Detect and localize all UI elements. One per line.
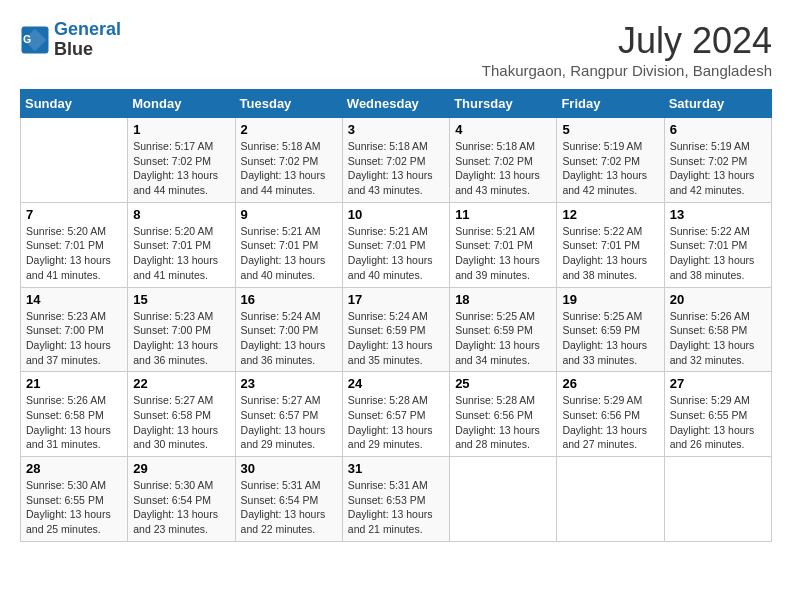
day-number: 6: [670, 122, 766, 137]
calendar-cell: 9Sunrise: 5:21 AMSunset: 7:01 PMDaylight…: [235, 202, 342, 287]
day-info: Sunrise: 5:31 AMSunset: 6:54 PMDaylight:…: [241, 478, 337, 537]
calendar-cell: 25Sunrise: 5:28 AMSunset: 6:56 PMDayligh…: [450, 372, 557, 457]
day-number: 14: [26, 292, 122, 307]
day-info: Sunrise: 5:31 AMSunset: 6:53 PMDaylight:…: [348, 478, 444, 537]
calendar-cell: 20Sunrise: 5:26 AMSunset: 6:58 PMDayligh…: [664, 287, 771, 372]
calendar-day-header: Monday: [128, 90, 235, 118]
day-number: 25: [455, 376, 551, 391]
month-title: July 2024: [482, 20, 772, 62]
calendar-day-header: Thursday: [450, 90, 557, 118]
calendar-cell: 23Sunrise: 5:27 AMSunset: 6:57 PMDayligh…: [235, 372, 342, 457]
day-info: Sunrise: 5:18 AMSunset: 7:02 PMDaylight:…: [241, 139, 337, 198]
day-info: Sunrise: 5:18 AMSunset: 7:02 PMDaylight:…: [455, 139, 551, 198]
calendar-cell: 21Sunrise: 5:26 AMSunset: 6:58 PMDayligh…: [21, 372, 128, 457]
day-number: 11: [455, 207, 551, 222]
day-info: Sunrise: 5:24 AMSunset: 6:59 PMDaylight:…: [348, 309, 444, 368]
day-info: Sunrise: 5:27 AMSunset: 6:57 PMDaylight:…: [241, 393, 337, 452]
day-info: Sunrise: 5:23 AMSunset: 7:00 PMDaylight:…: [133, 309, 229, 368]
day-number: 19: [562, 292, 658, 307]
calendar-cell: [664, 457, 771, 542]
day-info: Sunrise: 5:22 AMSunset: 7:01 PMDaylight:…: [670, 224, 766, 283]
calendar-week-row: 28Sunrise: 5:30 AMSunset: 6:55 PMDayligh…: [21, 457, 772, 542]
calendar-cell: 15Sunrise: 5:23 AMSunset: 7:00 PMDayligh…: [128, 287, 235, 372]
calendar-day-header: Wednesday: [342, 90, 449, 118]
calendar-header-row: SundayMondayTuesdayWednesdayThursdayFrid…: [21, 90, 772, 118]
calendar-day-header: Sunday: [21, 90, 128, 118]
calendar-cell: 27Sunrise: 5:29 AMSunset: 6:55 PMDayligh…: [664, 372, 771, 457]
day-number: 5: [562, 122, 658, 137]
day-info: Sunrise: 5:23 AMSunset: 7:00 PMDaylight:…: [26, 309, 122, 368]
calendar-cell: 13Sunrise: 5:22 AMSunset: 7:01 PMDayligh…: [664, 202, 771, 287]
calendar-cell: 10Sunrise: 5:21 AMSunset: 7:01 PMDayligh…: [342, 202, 449, 287]
day-number: 9: [241, 207, 337, 222]
calendar-day-header: Tuesday: [235, 90, 342, 118]
calendar-cell: 30Sunrise: 5:31 AMSunset: 6:54 PMDayligh…: [235, 457, 342, 542]
calendar-cell: 26Sunrise: 5:29 AMSunset: 6:56 PMDayligh…: [557, 372, 664, 457]
logo-text: General Blue: [54, 20, 121, 60]
calendar-cell: 16Sunrise: 5:24 AMSunset: 7:00 PMDayligh…: [235, 287, 342, 372]
day-number: 7: [26, 207, 122, 222]
day-info: Sunrise: 5:27 AMSunset: 6:58 PMDaylight:…: [133, 393, 229, 452]
calendar-week-row: 14Sunrise: 5:23 AMSunset: 7:00 PMDayligh…: [21, 287, 772, 372]
day-number: 26: [562, 376, 658, 391]
logo: G General Blue: [20, 20, 121, 60]
day-info: Sunrise: 5:26 AMSunset: 6:58 PMDaylight:…: [670, 309, 766, 368]
day-info: Sunrise: 5:17 AMSunset: 7:02 PMDaylight:…: [133, 139, 229, 198]
day-number: 4: [455, 122, 551, 137]
day-info: Sunrise: 5:30 AMSunset: 6:54 PMDaylight:…: [133, 478, 229, 537]
day-info: Sunrise: 5:21 AMSunset: 7:01 PMDaylight:…: [455, 224, 551, 283]
calendar-cell: 5Sunrise: 5:19 AMSunset: 7:02 PMDaylight…: [557, 118, 664, 203]
calendar-week-row: 7Sunrise: 5:20 AMSunset: 7:01 PMDaylight…: [21, 202, 772, 287]
calendar-cell: 3Sunrise: 5:18 AMSunset: 7:02 PMDaylight…: [342, 118, 449, 203]
day-number: 20: [670, 292, 766, 307]
calendar-cell: [450, 457, 557, 542]
day-info: Sunrise: 5:20 AMSunset: 7:01 PMDaylight:…: [26, 224, 122, 283]
calendar-table: SundayMondayTuesdayWednesdayThursdayFrid…: [20, 89, 772, 542]
day-info: Sunrise: 5:21 AMSunset: 7:01 PMDaylight:…: [348, 224, 444, 283]
calendar-week-row: 21Sunrise: 5:26 AMSunset: 6:58 PMDayligh…: [21, 372, 772, 457]
day-info: Sunrise: 5:29 AMSunset: 6:55 PMDaylight:…: [670, 393, 766, 452]
day-info: Sunrise: 5:19 AMSunset: 7:02 PMDaylight:…: [562, 139, 658, 198]
calendar-cell: 19Sunrise: 5:25 AMSunset: 6:59 PMDayligh…: [557, 287, 664, 372]
day-info: Sunrise: 5:21 AMSunset: 7:01 PMDaylight:…: [241, 224, 337, 283]
calendar-cell: 29Sunrise: 5:30 AMSunset: 6:54 PMDayligh…: [128, 457, 235, 542]
calendar-cell: 24Sunrise: 5:28 AMSunset: 6:57 PMDayligh…: [342, 372, 449, 457]
day-number: 2: [241, 122, 337, 137]
day-number: 29: [133, 461, 229, 476]
day-info: Sunrise: 5:25 AMSunset: 6:59 PMDaylight:…: [562, 309, 658, 368]
calendar-cell: 7Sunrise: 5:20 AMSunset: 7:01 PMDaylight…: [21, 202, 128, 287]
day-number: 10: [348, 207, 444, 222]
day-number: 30: [241, 461, 337, 476]
logo-icon: G: [20, 25, 50, 55]
day-number: 12: [562, 207, 658, 222]
day-number: 28: [26, 461, 122, 476]
calendar-cell: 31Sunrise: 5:31 AMSunset: 6:53 PMDayligh…: [342, 457, 449, 542]
day-info: Sunrise: 5:22 AMSunset: 7:01 PMDaylight:…: [562, 224, 658, 283]
calendar-cell: 4Sunrise: 5:18 AMSunset: 7:02 PMDaylight…: [450, 118, 557, 203]
day-number: 21: [26, 376, 122, 391]
calendar-day-header: Saturday: [664, 90, 771, 118]
day-number: 15: [133, 292, 229, 307]
day-number: 17: [348, 292, 444, 307]
calendar-cell: [557, 457, 664, 542]
calendar-cell: 17Sunrise: 5:24 AMSunset: 6:59 PMDayligh…: [342, 287, 449, 372]
day-number: 23: [241, 376, 337, 391]
day-number: 22: [133, 376, 229, 391]
calendar-cell: 14Sunrise: 5:23 AMSunset: 7:00 PMDayligh…: [21, 287, 128, 372]
day-info: Sunrise: 5:25 AMSunset: 6:59 PMDaylight:…: [455, 309, 551, 368]
day-info: Sunrise: 5:30 AMSunset: 6:55 PMDaylight:…: [26, 478, 122, 537]
calendar-cell: 1Sunrise: 5:17 AMSunset: 7:02 PMDaylight…: [128, 118, 235, 203]
calendar-cell: [21, 118, 128, 203]
day-number: 16: [241, 292, 337, 307]
day-number: 8: [133, 207, 229, 222]
day-info: Sunrise: 5:20 AMSunset: 7:01 PMDaylight:…: [133, 224, 229, 283]
location: Thakurgaon, Rangpur Division, Bangladesh: [482, 62, 772, 79]
calendar-cell: 8Sunrise: 5:20 AMSunset: 7:01 PMDaylight…: [128, 202, 235, 287]
calendar-day-header: Friday: [557, 90, 664, 118]
calendar-cell: 22Sunrise: 5:27 AMSunset: 6:58 PMDayligh…: [128, 372, 235, 457]
day-number: 27: [670, 376, 766, 391]
calendar-cell: 2Sunrise: 5:18 AMSunset: 7:02 PMDaylight…: [235, 118, 342, 203]
day-info: Sunrise: 5:19 AMSunset: 7:02 PMDaylight:…: [670, 139, 766, 198]
calendar-cell: 12Sunrise: 5:22 AMSunset: 7:01 PMDayligh…: [557, 202, 664, 287]
day-info: Sunrise: 5:29 AMSunset: 6:56 PMDaylight:…: [562, 393, 658, 452]
